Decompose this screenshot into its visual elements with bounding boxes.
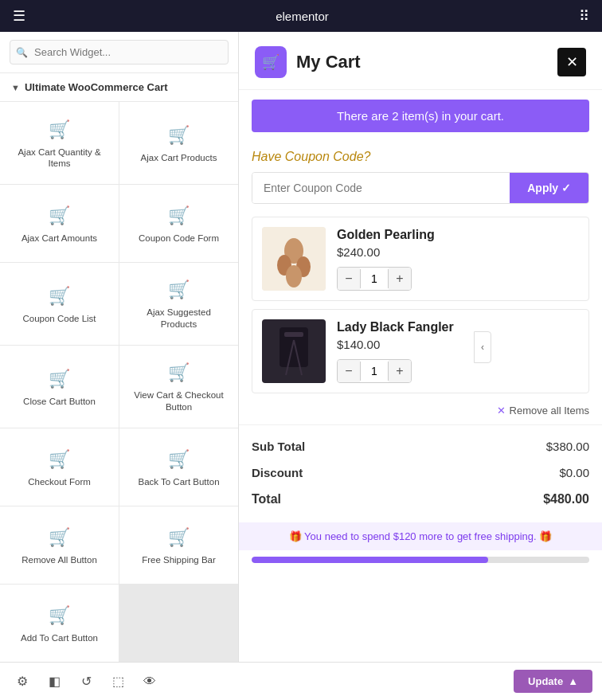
cart-title: My Cart — [296, 52, 361, 72]
grid-icon[interactable]: ⠿ — [579, 7, 589, 25]
panel-collapse-button[interactable]: ‹ — [474, 331, 491, 363]
preview-icon[interactable]: 👁 — [137, 669, 162, 694]
widget-item-remove-all-button[interactable]: 🛒 Remove All Button — [0, 506, 119, 584]
update-label: Update — [528, 675, 563, 687]
section-title: ▼ Ultimate WooCommerce Cart — [0, 73, 238, 102]
widget-cart-icon: 🛒 — [168, 527, 190, 548]
product-item: Lady Black Fangler $140.00 − 1 + — [252, 309, 589, 393]
product-name: Golden Pearling — [337, 228, 579, 242]
widget-cart-icon: 🛒 — [49, 286, 70, 307]
widget-item-view-cart-checkout[interactable]: 🛒 View Cart & Checkout Button — [119, 346, 238, 428]
shipping-message: 🎁 You need to spend $120 more to get fre… — [239, 522, 602, 550]
remove-all-label: Remove all Items — [510, 405, 589, 416]
qty-value: 1 — [360, 362, 389, 381]
qty-increase-button[interactable]: + — [389, 360, 411, 382]
product-name: Lady Black Fangler — [337, 320, 579, 334]
settings-icon[interactable]: ⚙ — [10, 669, 35, 694]
update-button[interactable]: Update ▲ — [514, 670, 592, 693]
remove-all-link[interactable]: ✕ Remove all Items — [497, 405, 589, 416]
top-bar: ☰ elementor ⠿ — [0, 0, 602, 32]
widget-item-back-to-cart[interactable]: 🛒 Back To Cart Button — [119, 428, 238, 506]
coupon-section: Have Coupon Code? Apply ✓ — [239, 142, 602, 217]
widget-label: Coupon Code List — [22, 313, 96, 325]
widgets-grid: 🛒 Ajax Cart Quantity & Items 🛒 Ajax Cart… — [0, 102, 238, 662]
cart-panel: 🛒 My Cart ✕ There are 2 item(s) in your … — [239, 32, 602, 662]
discount-label: Discount — [252, 466, 303, 479]
qty-value: 1 — [360, 269, 389, 288]
left-panel: 🔍 ▼ Ultimate WooCommerce Cart 🛒 Ajax Car… — [0, 32, 239, 662]
widget-item-coupon-code-list[interactable]: 🛒 Coupon Code List — [0, 263, 119, 345]
widget-cart-icon: 🛒 — [49, 449, 70, 470]
widget-label: Ajax Suggested Products — [127, 307, 230, 330]
widget-cart-icon: 🛒 — [49, 527, 70, 548]
widget-item-ajax-cart-qty[interactable]: 🛒 Ajax Cart Quantity & Items — [0, 102, 119, 184]
widget-cart-icon: 🛒 — [49, 119, 70, 140]
cart-icon-wrap: 🛒 — [255, 46, 287, 78]
widget-cart-icon: 🛒 — [168, 205, 190, 226]
widget-item-ajax-cart-products[interactable]: 🛒 Ajax Cart Products — [119, 102, 238, 184]
subtotal-row: Sub Total $380.00 — [252, 433, 589, 459]
totals-section: Sub Total $380.00 Discount $0.00 Total $… — [239, 424, 602, 522]
widget-item-add-to-cart[interactable]: 🛒 Add To Cart Button — [0, 585, 119, 662]
layers-icon[interactable]: ◧ — [41, 669, 67, 694]
widget-cart-icon: 🛒 — [49, 369, 70, 389]
widget-label: Checkout Form — [28, 476, 91, 488]
widget-label: Remove All Button — [22, 554, 97, 566]
coupon-form: Apply ✓ — [252, 172, 589, 204]
progress-bar-fill — [252, 557, 488, 563]
product-info: Lady Black Fangler $140.00 − 1 + — [337, 320, 579, 383]
shipping-progress-bar-wrap — [239, 550, 602, 566]
widget-item-checkout-form[interactable]: 🛒 Checkout Form — [0, 428, 119, 506]
widget-cart-icon: 🛒 — [168, 449, 190, 470]
product-price: $240.00 — [337, 245, 579, 259]
subtotal-label: Sub Total — [252, 440, 305, 453]
total-row: Total $480.00 — [252, 486, 589, 513]
app-title: elementor — [276, 10, 329, 23]
widget-label: View Cart & Checkout Button — [127, 389, 230, 413]
widget-cart-icon: 🛒 — [49, 205, 70, 226]
total-value: $480.00 — [543, 492, 589, 506]
widget-label: Ajax Cart Products — [141, 152, 217, 164]
responsive-icon[interactable]: ⬚ — [105, 669, 131, 694]
widget-item-coupon-code-form[interactable]: 🛒 Coupon Code Form — [119, 185, 238, 262]
subtotal-value: $380.00 — [546, 440, 589, 453]
close-cart-button[interactable]: ✕ — [557, 48, 586, 76]
product-item: Golden Pearling $240.00 − 1 + — [252, 217, 589, 301]
widget-cart-icon: 🛒 — [168, 280, 190, 300]
widget-cart-icon: 🛒 — [168, 362, 190, 383]
svg-point-4 — [286, 265, 302, 287]
discount-row: Discount $0.00 — [252, 459, 589, 486]
qty-decrease-button[interactable]: − — [338, 268, 360, 290]
coupon-code-input[interactable] — [252, 173, 510, 203]
widget-item-ajax-cart-amounts[interactable]: 🛒 Ajax Cart Amounts — [0, 185, 119, 262]
search-input[interactable] — [10, 40, 229, 65]
history-icon[interactable]: ↺ — [73, 669, 99, 694]
widget-item-close-cart-button[interactable]: 🛒 Close Cart Button — [0, 346, 119, 428]
widget-label: Ajax Cart Amounts — [22, 233, 97, 244]
widget-label: Back To Cart Button — [138, 476, 219, 488]
discount-value: $0.00 — [559, 466, 589, 479]
qty-control: − 1 + — [337, 359, 412, 383]
qty-increase-button[interactable]: + — [389, 268, 411, 290]
cart-title-group: 🛒 My Cart — [255, 46, 361, 78]
hamburger-icon[interactable]: ☰ — [13, 7, 25, 25]
qty-decrease-button[interactable]: − — [338, 360, 360, 382]
widget-item-ajax-suggested[interactable]: 🛒 Ajax Suggested Products — [119, 263, 238, 345]
section-label: Ultimate WooCommerce Cart — [25, 81, 168, 93]
widget-cart-icon: 🛒 — [168, 125, 190, 146]
widget-label: Coupon Code Form — [139, 233, 219, 244]
product-image — [262, 227, 326, 291]
widget-item-free-shipping-bar[interactable]: 🛒 Free Shipping Bar — [119, 506, 238, 584]
qty-control: − 1 + — [337, 267, 412, 291]
x-icon: ✕ — [497, 405, 506, 416]
widget-label: Close Cart Button — [23, 396, 96, 408]
total-label: Total — [252, 492, 281, 506]
remove-all-row: ✕ Remove all Items — [239, 401, 602, 424]
section-collapse-icon[interactable]: ▼ — [11, 83, 20, 92]
search-icon: 🔍 — [16, 47, 28, 58]
main-layout: 🔍 ▼ Ultimate WooCommerce Cart 🛒 Ajax Car… — [0, 32, 602, 662]
widget-label: Add To Cart Button — [21, 632, 98, 644]
apply-coupon-button[interactable]: Apply ✓ — [510, 173, 588, 203]
product-list: Golden Pearling $240.00 − 1 + Lady Black… — [239, 217, 602, 401]
coupon-heading: Have Coupon Code? — [252, 150, 589, 164]
